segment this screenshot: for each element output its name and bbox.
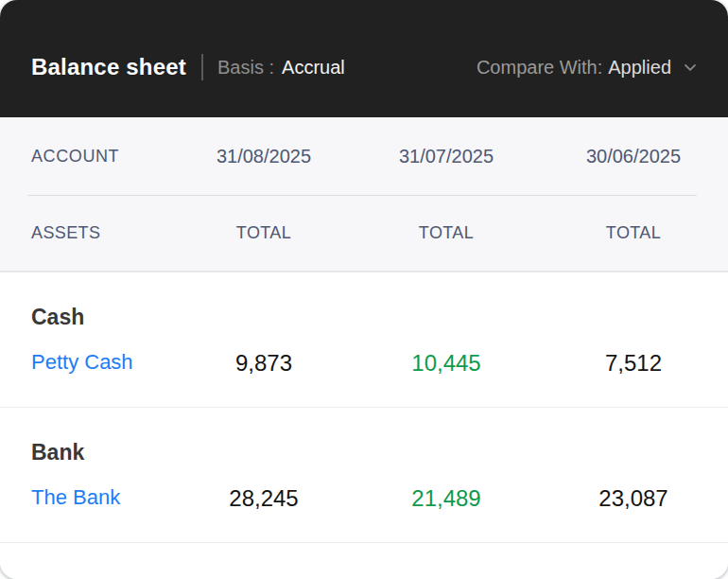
- account-link-the-bank[interactable]: The Bank: [31, 485, 120, 509]
- compare-with-label: Compare With:: [477, 57, 602, 79]
- balance-sheet-card: Balance sheet Basis : Accrual Compare Wi…: [0, 0, 728, 579]
- section-title-cash: Cash: [0, 303, 728, 331]
- column-header-date-1: 31/08/2025: [174, 146, 354, 167]
- table-header-totals-row: ASSETS TOTAL TOTAL TOTAL: [0, 196, 728, 271]
- table-row-petty-cash: Petty Cash 9,873 10,445 7,512: [0, 348, 728, 378]
- card-header: Balance sheet Basis : Accrual Compare Wi…: [0, 0, 728, 117]
- total-label-3: TOTAL: [539, 223, 728, 243]
- value-petty-cash-col1: 9,873: [174, 349, 354, 377]
- group-header-assets: ASSETS: [0, 223, 174, 243]
- table-header-dates-row: ACCOUNT 31/08/2025 31/07/2025 30/06/2025: [0, 117, 728, 195]
- chevron-down-icon: [681, 58, 700, 77]
- value-the-bank-col2: 21,489: [354, 484, 539, 513]
- value-petty-cash-col3: 7,512: [539, 349, 728, 377]
- basis-group: Basis : Accrual: [217, 57, 345, 79]
- value-the-bank-col1: 28,245: [174, 484, 354, 513]
- basis-label: Basis :: [217, 57, 274, 79]
- value-the-bank-col3: 23,087: [539, 484, 728, 513]
- column-header-date-3: 30/06/2025: [539, 146, 728, 167]
- section-bank: Bank The Bank 28,245 21,489 23,087: [0, 408, 728, 542]
- section-title-bank: Bank: [0, 438, 728, 466]
- value-petty-cash-col2: 10,445: [354, 349, 539, 377]
- account-link-petty-cash[interactable]: Petty Cash: [31, 350, 133, 374]
- card-footer: [0, 543, 728, 579]
- section-cash: Cash Petty Cash 9,873 10,445 7,512: [0, 272, 728, 407]
- compare-with-value: Applied: [608, 57, 671, 79]
- total-label-2: TOTAL: [354, 223, 539, 243]
- basis-value: Accrual: [282, 57, 345, 79]
- table-row-the-bank: The Bank 28,245 21,489 23,087: [0, 483, 728, 514]
- compare-with-dropdown[interactable]: Compare With: Applied: [477, 57, 700, 79]
- page-title: Balance sheet: [31, 54, 186, 80]
- column-header-date-2: 31/07/2025: [354, 146, 539, 167]
- total-label-1: TOTAL: [174, 223, 354, 243]
- column-header-account: ACCOUNT: [0, 147, 174, 167]
- header-divider: [201, 54, 203, 80]
